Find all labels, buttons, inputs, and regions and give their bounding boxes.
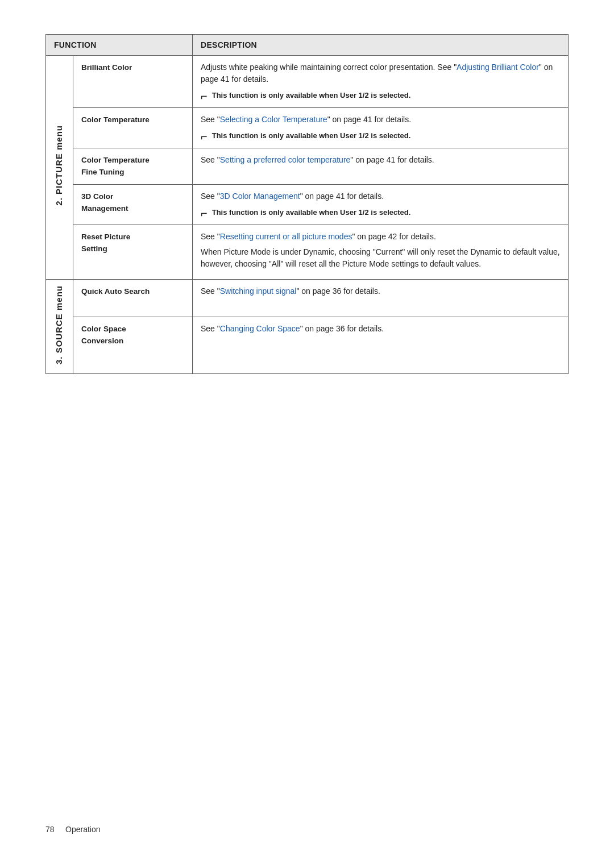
note-box-color-temp: ⌐ This function is only available when U…	[201, 130, 560, 142]
link-adjusting-brilliant-color[interactable]: Adjusting Brilliant Color	[457, 63, 539, 72]
desc-text: See "Setting a preferred color temperatu…	[201, 154, 560, 166]
section-label: Operation	[65, 825, 100, 834]
function-name-color-temp-fine: Color TemperatureFine Tuning	[81, 156, 150, 176]
function-cell-brilliant-color: Brilliant Color	[73, 56, 193, 108]
function-cell-quick-auto: Quick Auto Search	[73, 279, 193, 317]
desc-text: See "Selecting a Color Temperature" on p…	[201, 114, 560, 126]
picture-menu-sidebar: 2. PICTURE menu	[46, 56, 73, 280]
note-box-3d-color: ⌐ This function is only available when U…	[201, 207, 560, 219]
page-number: 78	[45, 825, 55, 834]
table-row: Color SpaceConversion See "Changing Colo…	[46, 317, 569, 373]
note-icon: ⌐	[201, 207, 208, 219]
desc-text: See "Switching input signal" on page 36 …	[201, 285, 560, 297]
desc-text: See "Changing Color Space" on page 36 fo…	[201, 323, 560, 335]
function-name-3d-color: 3D ColorManagement	[81, 192, 128, 213]
link-changing-color-space[interactable]: Changing Color Space	[220, 324, 300, 333]
link-preferred-color-temp[interactable]: Setting a preferred color temperature	[220, 155, 351, 164]
desc-text-2: When Picture Mode is under Dynamic, choo…	[201, 246, 560, 270]
description-cell-quick-auto: See "Switching input signal" on page 36 …	[193, 279, 569, 317]
link-selecting-color-temp[interactable]: Selecting a Color Temperature	[220, 115, 327, 124]
sidebar-label-source: 3. SOURCE menu	[53, 283, 66, 367]
function-name-quick-auto: Quick Auto Search	[81, 287, 150, 296]
desc-text: Adjusts white peaking while maintaining …	[201, 61, 560, 85]
table-row: Color TemperatureFine Tuning See "Settin…	[46, 148, 569, 185]
table-row: Color Temperature See "Selecting a Color…	[46, 108, 569, 148]
description-cell-color-temp-fine: See "Setting a preferred color temperatu…	[193, 148, 569, 185]
table-row: 2. PICTURE menu Brilliant Color Adjusts …	[46, 56, 569, 108]
function-cell-color-temp-fine: Color TemperatureFine Tuning	[73, 148, 193, 185]
function-name-color-temp: Color Temperature	[81, 115, 150, 124]
function-header: FUNCTION	[46, 35, 193, 56]
table-row: 3. SOURCE menu Quick Auto Search See "Sw…	[46, 279, 569, 317]
function-cell-3d-color: 3D ColorManagement	[73, 184, 193, 225]
source-menu-sidebar: 3. SOURCE menu	[46, 279, 73, 373]
function-name-color-space: Color SpaceConversion	[81, 325, 126, 345]
table-row: 3D ColorManagement See "3D Color Managem…	[46, 184, 569, 225]
function-name-brilliant-color: Brilliant Color	[81, 63, 132, 72]
note-text: This function is only available when Use…	[212, 130, 411, 142]
main-table: FUNCTION DESCRIPTION 2. PICTURE menu Bri…	[45, 34, 569, 374]
desc-text: See "3D Color Management" on page 41 for…	[201, 190, 560, 202]
description-cell-3d-color: See "3D Color Management" on page 41 for…	[193, 184, 569, 225]
note-text: This function is only available when Use…	[212, 90, 411, 101]
desc-text-1: See "Resetting current or all picture mo…	[201, 231, 560, 243]
function-cell-color-temp: Color Temperature	[73, 108, 193, 148]
function-name-reset-picture: Reset PictureSetting	[81, 232, 130, 253]
page-footer: 78 Operation	[45, 825, 101, 834]
note-box: ⌐ This function is only available when U…	[201, 90, 560, 102]
description-cell-reset-picture: See "Resetting current or all picture mo…	[193, 225, 569, 279]
function-cell-color-space: Color SpaceConversion	[73, 317, 193, 373]
function-cell-reset-picture: Reset PictureSetting	[73, 225, 193, 279]
link-reset-picture[interactable]: Resetting current or all picture modes	[220, 232, 352, 241]
sidebar-label-picture: 2. PICTURE menu	[53, 123, 66, 208]
link-3d-color-mgmt[interactable]: 3D Color Management	[220, 192, 300, 201]
description-cell-color-space: See "Changing Color Space" on page 36 fo…	[193, 317, 569, 373]
table-row: Reset PictureSetting See "Resetting curr…	[46, 225, 569, 279]
description-header: DESCRIPTION	[193, 35, 569, 56]
description-cell-brilliant-color: Adjusts white peaking while maintaining …	[193, 56, 569, 108]
note-text: This function is only available when Use…	[212, 207, 411, 218]
link-switching-input[interactable]: Switching input signal	[220, 286, 297, 296]
note-icon: ⌐	[201, 90, 208, 102]
note-icon: ⌐	[201, 131, 208, 142]
description-cell-color-temp: See "Selecting a Color Temperature" on p…	[193, 108, 569, 148]
